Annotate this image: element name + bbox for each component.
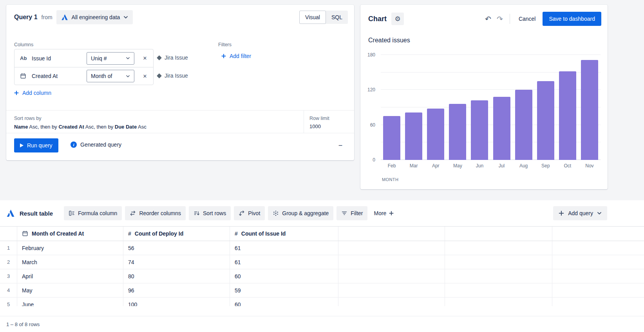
result-table-title: Result table: [20, 210, 53, 217]
add-column-button[interactable]: Add column: [14, 90, 51, 96]
query-from-label: from: [42, 14, 52, 20]
sort-rows-button[interactable]: Sort rows: [189, 206, 231, 220]
row-number: 3: [0, 269, 17, 283]
row-count-summary: 1 – 8 of 8 rows: [6, 321, 40, 327]
empty-cell: [338, 298, 445, 306]
y-axis-tick-label: 120: [367, 87, 375, 93]
column-row-created-at: Created At Month of ✕: [14, 67, 153, 85]
header-month-of-created-at[interactable]: Month of Created At: [17, 227, 123, 241]
row-number: 4: [0, 283, 17, 297]
cell-deploy-count: 96: [123, 283, 230, 297]
cancel-button[interactable]: Cancel: [514, 12, 541, 26]
x-axis-label: Apr: [425, 163, 447, 169]
sort-description[interactable]: Name Asc, then by Created At Asc, then b…: [14, 124, 147, 130]
empty-cell: [445, 298, 552, 306]
query-panel: Query 1 from All engineering data: [6, 5, 354, 160]
aggregation-select[interactable]: Month of: [87, 70, 134, 82]
filters-section-label: Filters: [218, 42, 232, 47]
row-number: 1: [0, 241, 17, 255]
x-axis-label: May: [447, 163, 469, 169]
close-icon: ✕: [143, 73, 147, 79]
bar-jul: [493, 97, 510, 160]
reorder-columns-button[interactable]: Reorder columns: [125, 206, 186, 220]
empty-cell: [338, 241, 445, 255]
plus-icon: [559, 210, 564, 216]
more-button[interactable]: More: [371, 206, 397, 220]
bar-slot: [403, 55, 425, 160]
chart-panel-title: Chart: [368, 15, 387, 23]
table-body: 1 February 56 61 2 March 74 61: [0, 241, 644, 306]
chart-actions: ↶ ↷ Cancel Save to dashboard: [482, 12, 601, 26]
remove-column-button[interactable]: ✕: [138, 52, 152, 65]
source-table-label: Jira Issue: [165, 73, 188, 79]
undo-button[interactable]: ↶: [482, 13, 494, 25]
table-footer: 1 – 8 of 8 rows: [0, 316, 644, 332]
atlassian-logo-icon: [61, 14, 68, 21]
result-table: Month of Created At # Count of Deploy Id…: [0, 226, 644, 306]
chart-header: Chart ⚙: [368, 13, 404, 25]
query-title: Query 1: [14, 14, 38, 21]
x-axis-label: Mar: [403, 163, 425, 169]
cell-issue-count: 60: [230, 298, 338, 306]
aggregation-value: Month of: [91, 73, 112, 79]
bar-slot: [513, 55, 535, 160]
chart-bars: [381, 55, 601, 160]
header-count-of-issue-id[interactable]: # Count of Issue Id: [230, 227, 338, 241]
collapse-query-button[interactable]: −: [335, 140, 346, 151]
visual-tab[interactable]: Visual: [299, 11, 326, 24]
bar-slot: [557, 55, 579, 160]
generated-query-link[interactable]: i Generated query: [71, 142, 121, 148]
bar-jun: [471, 100, 488, 160]
bar-nov: [581, 60, 598, 160]
redo-button[interactable]: ↷: [494, 13, 506, 25]
chart-x-labels: FebMarAprMayJunJulAugSepOctNov: [381, 163, 601, 169]
columns-section-label: Columns: [14, 42, 33, 47]
formula-column-button[interactable]: Formula column: [64, 206, 122, 220]
close-icon: ✕: [143, 55, 147, 61]
pivot-button[interactable]: Pivot: [234, 206, 265, 220]
table-row: 2 March 74 61: [0, 255, 644, 269]
filter-icon: [341, 210, 347, 216]
y-axis-tick-label: 0: [373, 157, 375, 163]
add-filter-button[interactable]: Add filter: [221, 53, 251, 59]
formula-column-icon: [69, 210, 75, 216]
bar-apr: [427, 109, 444, 160]
add-query-button[interactable]: Add query: [553, 206, 607, 220]
divider: [6, 110, 354, 111]
cell-issue-count: 61: [230, 241, 338, 255]
view-mode-toggle: Visual SQL: [299, 11, 348, 24]
number-type-icon: #: [128, 230, 131, 237]
sort-section-label: Sort rows by: [14, 116, 41, 121]
table-row: 1 February 56 61: [0, 241, 644, 255]
aggregation-select[interactable]: Uniq #: [87, 52, 134, 65]
row-limit-value[interactable]: 1000: [309, 123, 321, 129]
data-source-dropdown[interactable]: All engineering data: [56, 10, 133, 24]
cell-deploy-count: 80: [123, 269, 230, 283]
bar-aug: [515, 90, 532, 160]
result-toolbar: Result table Formula column Reorder colu…: [0, 200, 644, 226]
corner-cell: [0, 227, 17, 241]
save-to-dashboard-button[interactable]: Save to dashboard: [543, 12, 601, 26]
chevron-down-icon: [123, 16, 128, 19]
group-aggregate-button[interactable]: Group & aggregate: [268, 206, 333, 220]
bar-slot: [469, 55, 490, 160]
column-field-name: Issue Id: [32, 55, 83, 62]
cell-issue-count: 60: [230, 269, 338, 283]
empty-cell: [552, 283, 644, 297]
chart-settings-button[interactable]: ⚙: [391, 13, 404, 25]
atlassian-logo-icon: [6, 209, 15, 218]
remove-column-button[interactable]: ✕: [138, 70, 152, 82]
run-query-button[interactable]: Run query: [14, 138, 58, 152]
sql-tab[interactable]: SQL: [326, 11, 348, 24]
table-header-row: Month of Created At # Count of Deploy Id…: [0, 226, 644, 241]
empty-cell: [338, 269, 445, 283]
x-axis-label: Jun: [469, 163, 490, 169]
result-section: Result table Formula column Reorder colu…: [0, 200, 644, 332]
filter-button[interactable]: Filter: [336, 206, 367, 220]
group-aggregate-icon: [273, 210, 279, 216]
bar-mar: [405, 112, 422, 160]
header-count-of-deploy-id[interactable]: # Count of Deploy Id: [123, 227, 230, 241]
jira-issue-icon: [157, 55, 162, 60]
jira-issue-icon: [157, 73, 162, 78]
bar-slot: [447, 55, 469, 160]
